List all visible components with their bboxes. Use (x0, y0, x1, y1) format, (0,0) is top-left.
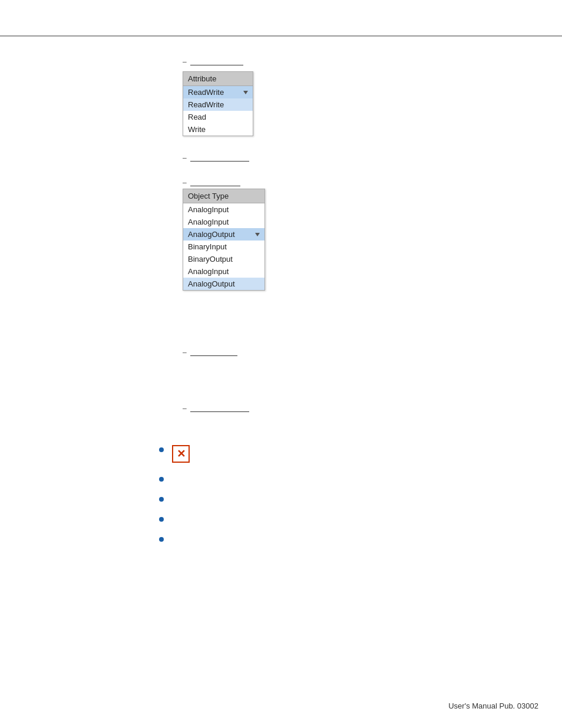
object-type-item-binaryinput[interactable]: BinaryInput (183, 241, 265, 253)
error-icon (172, 445, 190, 463)
attribute-item-label: ReadWrite (188, 88, 224, 97)
attribute-item-readwrite-selected[interactable]: ReadWrite (183, 86, 253, 98)
attribute-dropdown-header: Attribute (183, 72, 253, 86)
small-section-bottom: – (183, 347, 237, 362)
object-type-item-label: AnalogInput (188, 267, 229, 276)
object-type-item-label: BinaryOutput (188, 255, 233, 263)
attribute-item-label: Write (188, 125, 206, 134)
bullets-section (159, 445, 346, 555)
bullet-dot-2 (159, 477, 164, 482)
line2-section: – (183, 403, 249, 418)
dash-label-2: – (183, 179, 187, 187)
attribute-item-readwrite-highlighted[interactable]: ReadWrite (183, 98, 253, 111)
bullet-item-2 (159, 475, 346, 483)
bullet-item-1 (159, 445, 346, 463)
footer: User's Manual Pub. 03002 (448, 701, 538, 710)
dash-label-attr: – (183, 58, 187, 66)
attribute-item-read[interactable]: Read (183, 111, 253, 123)
object-type-dropdown: Object Type AnalogInput AnalogInput Anal… (183, 189, 265, 291)
object-type-dropdown-header: Object Type (183, 189, 265, 203)
attribute-item-write[interactable]: Write (183, 123, 253, 136)
object-type-item-analogoutput-selected[interactable]: AnalogOutput (183, 228, 265, 241)
bullet-item-3 (159, 495, 346, 503)
dash-label-line2: – (183, 404, 187, 413)
object-type-item-label: BinaryInput (188, 242, 227, 251)
object-type-item-analoginput-2[interactable]: AnalogInput (183, 216, 265, 228)
underline-field-line2[interactable] (190, 403, 249, 412)
bullet-text-4 (170, 515, 346, 523)
underline-field-1[interactable] (190, 152, 249, 162)
object-type-item-binaryoutput[interactable]: BinaryOutput (183, 253, 265, 265)
object-type-item-label: AnalogOutput (188, 230, 235, 239)
underline-field-bottom[interactable] (190, 347, 237, 356)
dash-label-bottom: – (183, 348, 187, 357)
footer-text: User's Manual Pub. 03002 (448, 701, 538, 710)
bullet-dot-5 (159, 537, 164, 542)
attribute-dropdown: Attribute ReadWrite ReadWrite Read Write (183, 71, 253, 136)
bullet-item-5 (159, 535, 346, 543)
attribute-item-label: Read (188, 113, 206, 121)
bullet-text-5 (170, 535, 346, 543)
bullet-dot-3 (159, 497, 164, 502)
object-type-item-label: AnalogInput (188, 205, 229, 214)
bullet-dot-1 (159, 447, 164, 452)
attribute-section: – Attribute ReadWrite ReadWrite Read Wri… (183, 56, 253, 136)
object-type-item-analogoutput-highlighted[interactable]: AnalogOutput (183, 278, 265, 290)
small-section-1: – (183, 152, 249, 167)
object-type-section: Object Type AnalogInput AnalogInput Anal… (183, 189, 265, 291)
object-type-item-analoginput-3[interactable]: AnalogInput (183, 265, 265, 278)
bullet-text-3 (170, 495, 346, 503)
object-type-item-label: AnalogInput (188, 218, 229, 226)
dash-label-1: – (183, 154, 187, 162)
chevron-down-icon (255, 233, 260, 236)
chevron-down-icon (243, 91, 248, 94)
attribute-item-label: ReadWrite (188, 100, 224, 109)
object-type-item-analoginput-1[interactable]: AnalogInput (183, 203, 265, 216)
bullet-item-4 (159, 515, 346, 523)
object-type-item-label: AnalogOutput (188, 279, 235, 288)
bullet-text-2 (170, 475, 346, 483)
top-border (0, 35, 562, 37)
bullet-dot-4 (159, 517, 164, 522)
underline-field-2[interactable] (190, 177, 240, 186)
underline-field-attr[interactable] (190, 56, 243, 65)
